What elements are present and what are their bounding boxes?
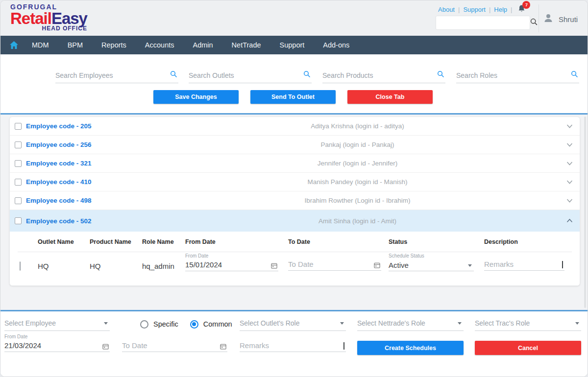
radio-common[interactable] <box>190 320 198 329</box>
nav-item-mdm[interactable]: MDM <box>23 41 58 49</box>
select-outlet-role-dropdown[interactable]: Select Outlet's Role <box>240 317 346 332</box>
create-schedules-button[interactable]: Create Schedules <box>357 341 464 355</box>
footer-from-date-input[interactable] <box>4 341 110 351</box>
chevron-down-icon[interactable] <box>553 124 573 129</box>
search-employees-field[interactable] <box>55 70 178 84</box>
employee-name: Manish Pandey (login id - Manish) <box>162 178 553 186</box>
global-search-box[interactable] <box>436 16 530 30</box>
from-date-floating-label: From Date <box>185 253 278 259</box>
schedule-status-select[interactable]: Schedule Status Active <box>389 253 474 271</box>
search-icon[interactable] <box>571 71 578 80</box>
employee-row[interactable]: Employee code - 205 Aditya Krishna (logi… <box>10 117 580 136</box>
nav-item-accounts[interactable]: Accounts <box>136 41 184 49</box>
search-products-field[interactable] <box>322 70 445 84</box>
select-trac-role-dropdown[interactable]: Select Trac's Role <box>475 317 581 332</box>
select-employee-dropdown[interactable]: Select Employee <box>4 317 110 332</box>
link-divider: | <box>511 6 512 13</box>
column-header-to-date: To Date <box>288 238 310 245</box>
notification-bell[interactable]: 7 <box>517 4 526 15</box>
search-roles-field[interactable] <box>456 70 579 84</box>
employee-code: Employee code - 498 <box>26 197 92 204</box>
calendar-icon[interactable] <box>102 343 109 352</box>
close-tab-button[interactable]: Close Tab <box>347 90 433 104</box>
user-profile[interactable]: Shruti <box>542 12 578 26</box>
nav-item-bpm[interactable]: BPM <box>58 41 92 49</box>
save-changes-button[interactable]: Save Changes <box>153 90 239 104</box>
calendar-icon[interactable] <box>271 262 277 271</box>
radio-specific-label[interactable]: Specific <box>153 320 178 328</box>
employee-checkbox[interactable] <box>15 179 22 186</box>
employee-row[interactable]: Employee code - 498 Ibrahim Rowther (Log… <box>10 191 580 210</box>
support-link[interactable]: Support <box>463 6 486 13</box>
employee-row[interactable]: Employee code - 410 Manish Pandey (login… <box>10 173 580 191</box>
remarks-input[interactable] <box>484 260 564 269</box>
chevron-down-icon[interactable] <box>553 142 573 147</box>
search-outlets-field[interactable] <box>189 70 312 84</box>
to-date-input[interactable] <box>288 260 381 269</box>
nav-item-reports[interactable]: Reports <box>92 41 136 49</box>
application-window: GOFRUGAL RetailEasy HEAD OFFICE About| S… <box>0 0 588 377</box>
search-icon[interactable] <box>530 18 541 27</box>
chevron-down-icon <box>575 322 579 325</box>
from-date-input[interactable] <box>185 260 278 270</box>
employee-checkbox[interactable] <box>15 197 22 204</box>
chevron-down-icon[interactable] <box>553 198 573 203</box>
cell-role-name: hq_admin <box>142 262 174 270</box>
home-icon[interactable] <box>8 41 23 49</box>
chevron-down-icon[interactable] <box>553 180 573 185</box>
employee-row[interactable]: Employee code - 321 Jennifer (login id -… <box>10 154 580 173</box>
help-link[interactable]: Help <box>494 6 507 13</box>
chevron-up-icon[interactable] <box>553 218 573 223</box>
nav-item-admin[interactable]: Admin <box>184 41 222 49</box>
select-nettrade-role-dropdown[interactable]: Select Nettrade's Role <box>357 317 464 332</box>
select-employee-placeholder: Select Employee <box>4 319 110 329</box>
radio-common-label[interactable]: Common <box>203 320 232 328</box>
nav-item-support[interactable]: Support <box>270 41 314 49</box>
cell-product-name: HQ <box>90 262 101 270</box>
link-divider: | <box>458 6 460 13</box>
employee-row[interactable]: Employee code - 256 Pankaj (login id - P… <box>10 136 580 154</box>
footer-to-date-input[interactable] <box>122 341 227 351</box>
chevron-down-icon <box>458 322 462 325</box>
employee-name: Ibrahim Rowther (Login id - Ibrahim) <box>162 197 553 204</box>
column-header-from-date: From Date <box>185 238 216 245</box>
app-header: GOFRUGAL RetailEasy HEAD OFFICE About| S… <box>0 0 588 36</box>
search-roles-input[interactable] <box>456 70 579 83</box>
about-link[interactable]: About <box>438 6 455 13</box>
status-floating-label: Schedule Status <box>389 253 474 259</box>
chevron-down-icon[interactable] <box>553 161 573 166</box>
employee-row-expanded[interactable]: Employee code - 502 Amit Sinha (login id… <box>10 210 580 232</box>
schedule-row-checkbox[interactable] <box>20 261 21 271</box>
employee-code: Employee code - 410 <box>26 178 92 186</box>
calendar-icon[interactable] <box>374 261 380 270</box>
to-date-field[interactable] <box>288 259 381 271</box>
vertical-scrollbar[interactable] <box>584 117 586 308</box>
nav-item-nettrade[interactable]: NetTrade <box>222 41 270 49</box>
footer-remarks-field[interactable] <box>240 340 346 352</box>
search-employees-input[interactable] <box>55 70 178 83</box>
employee-checkbox[interactable] <box>15 141 22 148</box>
search-icon[interactable] <box>170 71 177 80</box>
footer-from-date-field[interactable]: From Date <box>4 334 110 352</box>
cancel-button[interactable]: Cancel <box>475 341 581 355</box>
text-cursor <box>562 261 563 268</box>
footer-to-date-field[interactable] <box>122 340 227 352</box>
employee-checkbox[interactable] <box>15 160 22 167</box>
remarks-field[interactable] <box>484 259 564 271</box>
global-search-input[interactable] <box>436 19 530 26</box>
search-products-input[interactable] <box>322 70 445 83</box>
search-icon[interactable] <box>303 71 311 80</box>
from-date-field[interactable]: From Date <box>185 253 278 271</box>
send-to-outlet-button[interactable]: Send To Outlet <box>250 90 336 104</box>
schedule-table-header: Outlet Name Product Name Role Name From … <box>10 238 580 247</box>
footer-remarks-input[interactable] <box>240 341 346 351</box>
search-icon[interactable] <box>437 71 444 80</box>
radio-specific[interactable] <box>140 320 148 329</box>
employee-checkbox[interactable] <box>15 123 22 130</box>
schedule-type-radios: Specific Common <box>140 317 239 331</box>
calendar-icon[interactable] <box>220 343 226 352</box>
employee-checkbox[interactable] <box>15 217 22 224</box>
search-outlets-input[interactable] <box>189 70 312 83</box>
nav-item-addons[interactable]: Add-ons <box>314 41 359 49</box>
employee-list-card: Employee code - 205 Aditya Krishna (logi… <box>9 117 580 286</box>
